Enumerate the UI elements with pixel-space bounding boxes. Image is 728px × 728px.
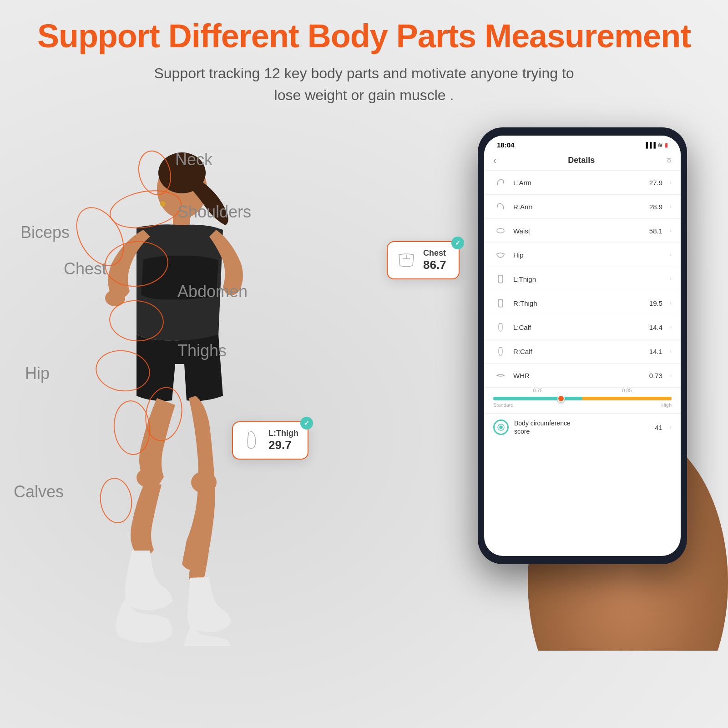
thigh-icon bbox=[493, 272, 508, 286]
lthigh-label: L:Thigh bbox=[268, 429, 298, 438]
status-icons: ▐▐▐ ≋ ▮ bbox=[644, 142, 668, 148]
screen-title: Details bbox=[568, 156, 595, 165]
chest-text: Chest 86.7 bbox=[423, 248, 450, 272]
measurement-label: Waist bbox=[513, 227, 644, 235]
measurement-value: 19.5 bbox=[649, 299, 662, 307]
chevron-icon: › bbox=[670, 372, 672, 379]
label-chest: Chest bbox=[64, 259, 106, 278]
measurement-value: 27.9 bbox=[649, 179, 662, 187]
measurement-label: R:Calf bbox=[513, 348, 644, 355]
label-calves: Calves bbox=[14, 482, 64, 501]
table-row[interactable]: R:Arm 28.9 › bbox=[484, 195, 681, 219]
chevron-icon: › bbox=[670, 179, 672, 186]
whr-indicator bbox=[557, 395, 565, 402]
check-icon: ✓ bbox=[451, 237, 464, 249]
share-button[interactable]: ⎏ bbox=[667, 156, 672, 165]
chevron-icon: › bbox=[670, 203, 672, 210]
score-value: 41 bbox=[655, 424, 662, 431]
phone-screen: 18:04 ▐▐▐ ≋ ▮ ‹ Details ⎏ L:A bbox=[484, 136, 681, 556]
status-time: 18:04 bbox=[497, 141, 514, 149]
lthigh-value: 29.7 bbox=[268, 438, 298, 452]
table-row[interactable]: Hip › bbox=[484, 243, 681, 267]
measurement-label: L:Arm bbox=[513, 179, 644, 187]
measurement-value: 14.1 bbox=[649, 348, 662, 355]
whr-graph-section: 0.75 0.85 Standard High bbox=[484, 388, 681, 414]
phone-wrapper: 18:04 ▐▐▐ ≋ ▮ ‹ Details ⎏ L:A bbox=[450, 127, 714, 605]
table-row[interactable]: WHR 0.73 › bbox=[484, 364, 681, 388]
chevron-icon: › bbox=[670, 276, 672, 282]
chevron-icon: › bbox=[670, 424, 672, 430]
thigh-icon bbox=[493, 296, 508, 310]
app-nav: ‹ Details ⎏ bbox=[484, 152, 681, 171]
chevron-icon: › bbox=[670, 300, 672, 306]
whr-values: 0.75 0.85 bbox=[493, 388, 672, 393]
signal-icon: ▐▐▐ bbox=[644, 142, 656, 148]
header: Support Different Body Parts Measurement… bbox=[0, 18, 728, 106]
lthigh-tooltip: ✓ L:Thigh 29.7 bbox=[232, 421, 308, 460]
label-hip: Hip bbox=[25, 364, 50, 383]
back-button[interactable]: ‹ bbox=[493, 155, 496, 166]
chevron-icon: › bbox=[670, 324, 672, 330]
table-row[interactable]: R:Calf 14.1 › bbox=[484, 339, 681, 364]
score-icon bbox=[493, 420, 509, 435]
measurement-list: L:Arm 27.9 › R:Arm 28.9 › Waist bbox=[484, 171, 681, 388]
thigh-icon bbox=[240, 429, 263, 452]
measurement-label: WHR bbox=[513, 372, 644, 379]
calf-icon bbox=[493, 344, 508, 359]
chest-icon bbox=[395, 249, 418, 272]
phone-frame: 18:04 ▐▐▐ ≋ ▮ ‹ Details ⎏ L:A bbox=[478, 127, 687, 564]
arm-icon bbox=[493, 175, 508, 190]
svg-point-7 bbox=[497, 228, 504, 233]
measurement-label: L:Thigh bbox=[513, 275, 657, 283]
page-title: Support Different Body Parts Measurement bbox=[0, 18, 728, 54]
score-row[interactable]: Body circumferencescore 41 › bbox=[484, 414, 681, 441]
waist-icon bbox=[493, 223, 508, 238]
whr-label-standard: Standard bbox=[493, 402, 514, 408]
whr-icon bbox=[493, 368, 508, 383]
table-row[interactable]: L:Arm 27.9 › bbox=[484, 171, 681, 195]
svg-point-9 bbox=[500, 426, 502, 429]
chevron-icon: › bbox=[670, 348, 672, 354]
status-bar: 18:04 ▐▐▐ ≋ ▮ bbox=[484, 136, 681, 152]
check-icon: ✓ bbox=[300, 417, 313, 430]
lthigh-text: L:Thigh 29.7 bbox=[268, 429, 298, 452]
table-row[interactable]: L:Thigh › bbox=[484, 267, 681, 291]
label-thighs: Thighs bbox=[177, 341, 227, 360]
hip-icon bbox=[493, 248, 508, 262]
whr-labels: Standard High bbox=[493, 402, 672, 408]
whr-val-1: 0.75 bbox=[533, 388, 542, 393]
measurement-value: 58.1 bbox=[649, 227, 662, 235]
wifi-icon: ≋ bbox=[658, 142, 662, 148]
table-row[interactable]: R:Thigh 19.5 › bbox=[484, 291, 681, 315]
calf-icon bbox=[493, 320, 508, 334]
whr-label-high: High bbox=[661, 402, 672, 408]
measurement-value: 14.4 bbox=[649, 324, 662, 331]
chevron-icon: › bbox=[670, 252, 672, 258]
measurement-label: L:Calf bbox=[513, 324, 644, 331]
label-biceps: Biceps bbox=[20, 223, 70, 242]
measurement-value: 28.9 bbox=[649, 203, 662, 211]
label-abdomen: Abdomen bbox=[177, 282, 248, 301]
page-subtitle: Support tracking 12 key body parts and m… bbox=[0, 62, 728, 106]
measurement-label: Hip bbox=[513, 251, 657, 259]
battery-icon: ▮ bbox=[665, 142, 668, 148]
whr-graph bbox=[493, 397, 672, 400]
chevron-icon: › bbox=[670, 228, 672, 234]
whr-bar bbox=[493, 397, 672, 400]
svg-point-5 bbox=[191, 471, 217, 493]
chest-value: 86.7 bbox=[423, 258, 450, 272]
score-label: Body circumferencescore bbox=[514, 419, 649, 435]
measurement-label: R:Arm bbox=[513, 203, 644, 211]
label-neck: Neck bbox=[175, 150, 212, 169]
table-row[interactable]: Waist 58.1 › bbox=[484, 219, 681, 243]
chest-label: Chest bbox=[423, 248, 450, 258]
measurement-value: 0.73 bbox=[649, 372, 662, 379]
table-row[interactable]: L:Calf 14.4 › bbox=[484, 315, 681, 339]
measurement-label: R:Thigh bbox=[513, 299, 644, 307]
chest-tooltip: ✓ Chest 86.7 bbox=[387, 241, 460, 279]
whr-val-2: 0.85 bbox=[622, 388, 632, 393]
label-shoulders: Shoulders bbox=[177, 202, 251, 222]
arm-icon bbox=[493, 199, 508, 214]
